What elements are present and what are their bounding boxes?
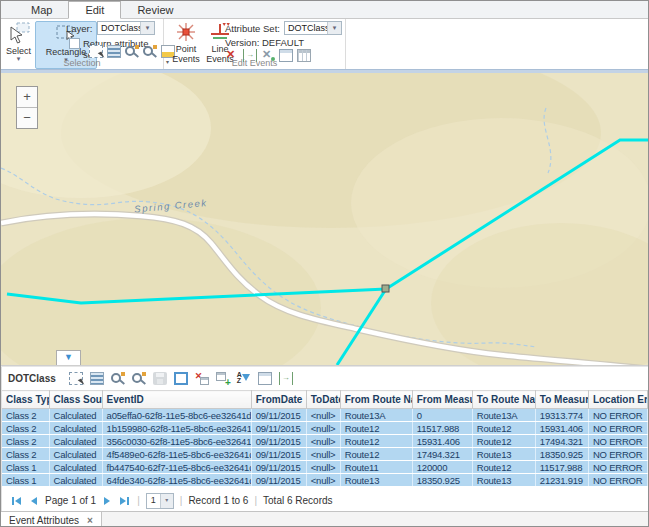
select-records-icon[interactable] [89, 45, 103, 58]
table-cell: Class 2 [2, 422, 49, 435]
table-cell: 17494.321 [535, 435, 588, 448]
table-cell: 15931.406 [535, 422, 588, 435]
table-cell: Route13 [340, 474, 412, 487]
measure-icon[interactable] [279, 372, 293, 385]
table-cell: Calculated [49, 474, 102, 487]
column-header[interactable]: From Route Name [340, 391, 412, 409]
table-cell: fb447540-62f7-11e5-8bc6-ee32641d5ec9 [102, 461, 251, 474]
table-row[interactable]: Class 1Calculated64fde340-62f8-11e5-8bc6… [2, 474, 648, 487]
last-page-button[interactable] [118, 497, 131, 505]
chevron-down-icon[interactable]: ▾ [140, 22, 154, 34]
table-cell: Route12 [340, 448, 412, 461]
page-number-value: 1 [147, 494, 160, 508]
table-cell: NO ERROR [588, 409, 647, 422]
switch-view-icon[interactable] [174, 372, 188, 385]
table-cell: Route12 [340, 422, 412, 435]
edit-events-group-label: Edit Events [164, 58, 345, 68]
layer-label: Layer: [66, 23, 92, 34]
list-icon[interactable] [107, 45, 121, 58]
table-cell: 09/11/2015 [251, 448, 306, 461]
table-cell: 09/11/2015 [251, 461, 306, 474]
table-cell: Calculated [49, 461, 102, 474]
column-header[interactable]: To Measure [535, 391, 588, 409]
table-pagination: Page 1 of 1 | 1 ▾ | Record 1 to 6 | Tota… [1, 490, 648, 511]
column-header[interactable]: ToDate [306, 391, 340, 409]
table-row[interactable]: Class 2Calculated356c0030-62f8-11e5-8bc6… [2, 435, 648, 448]
collapse-panel-tab[interactable]: ▼ [56, 350, 81, 365]
table-cell: 0 [412, 409, 472, 422]
tab-edit[interactable]: Edit [68, 1, 121, 19]
table-cell: Class 2 [2, 409, 49, 422]
first-page-button[interactable] [10, 497, 23, 505]
delete-record-icon[interactable] [195, 372, 209, 385]
table-cell: NO ERROR [588, 461, 647, 474]
column-header[interactable]: From Measure [412, 391, 472, 409]
sort-icon[interactable] [237, 372, 251, 385]
form-view-icon[interactable] [258, 372, 272, 385]
column-header[interactable]: Class Source [49, 391, 102, 409]
chevron-down-icon[interactable]: ▾ [160, 494, 173, 508]
select-records-icon[interactable] [69, 372, 83, 385]
record-range-label: Record 1 to 6 [188, 495, 248, 506]
tab-review[interactable]: Review [121, 2, 189, 18]
table-row[interactable]: Class 1Calculatedfb447540-62f7-11e5-8bc6… [2, 461, 648, 474]
tab-map[interactable]: Map [15, 2, 68, 18]
add-record-icon[interactable] [216, 372, 230, 385]
zoom-next-selected-icon[interactable] [143, 45, 157, 58]
column-header[interactable]: To Route Name [472, 391, 535, 409]
route-junction-vertex[interactable] [382, 285, 389, 292]
table-cell: Route11 [340, 461, 412, 474]
map-zoom-control: + − [16, 86, 38, 129]
zoom-to-selected-icon[interactable] [125, 45, 139, 58]
zoom-to-selected-icon[interactable] [111, 372, 125, 385]
map-view[interactable]: Spring Creek + − ▼ [1, 73, 648, 365]
table-cell: NO ERROR [588, 448, 647, 461]
table-toolbar-icons [69, 372, 293, 385]
event-attributes-tab[interactable]: Event Attributes × [1, 512, 102, 527]
select-cursor-icon [7, 21, 31, 45]
attribute-table: Class TypeClass SourceEventIDFromDateToD… [1, 390, 648, 487]
chevron-down-icon[interactable]: ▾ [327, 22, 341, 34]
column-header[interactable]: Location Error [588, 391, 647, 409]
column-header[interactable]: Class Type [2, 391, 49, 409]
save-icon[interactable] [153, 372, 167, 385]
table-cell: Route12 [340, 435, 412, 448]
table-cell: Route13 [472, 448, 535, 461]
list-icon[interactable] [90, 372, 104, 385]
zoom-out-button[interactable]: − [17, 108, 37, 128]
zoom-in-button[interactable]: + [17, 87, 37, 108]
table-cell: 64fde340-62f8-11e5-8bc6-ee32641d5ec9 [102, 474, 251, 487]
table-cell: 356c0030-62f8-11e5-8bc6-ee32641d5ec9 [102, 435, 251, 448]
total-records-label: Total 6 Records [263, 495, 332, 506]
attribute-set-label: Attribute Set: [225, 23, 280, 34]
page-number-dropdown[interactable]: 1 ▾ [146, 493, 174, 509]
selection-group-label: Selection [1, 58, 163, 68]
table-source-label: DOTClass [8, 373, 56, 384]
next-page-button[interactable] [102, 497, 112, 505]
return-attribute-set-checkbox[interactable] [69, 38, 80, 49]
table-cell: Calculated [49, 435, 102, 448]
layer-dropdown[interactable]: DOTClass ▾ [97, 21, 155, 35]
table-cell: NO ERROR [588, 422, 647, 435]
table-row[interactable]: Class 2Calculateda05effa0-62f8-11e5-8bc6… [2, 409, 648, 422]
column-header[interactable]: EventID [102, 391, 251, 409]
close-icon[interactable]: × [87, 515, 93, 526]
table-cell: Route13 [472, 474, 535, 487]
map-canvas[interactable]: Spring Creek [1, 73, 648, 365]
table-cell: <null> [306, 422, 340, 435]
attribute-set-value: DOTClass [285, 22, 327, 34]
attribute-set-dropdown[interactable]: DOTClass ▾ [284, 21, 342, 35]
table-cell: <null> [306, 435, 340, 448]
table-row[interactable]: Class 2Calculated4f5489e0-62f8-11e5-8bc6… [2, 448, 648, 461]
table-cell: NO ERROR [588, 435, 647, 448]
table-cell: 09/11/2015 [251, 422, 306, 435]
zoom-next-selected-icon[interactable] [132, 372, 146, 385]
previous-page-button[interactable] [29, 497, 39, 505]
column-header[interactable]: FromDate [251, 391, 306, 409]
layer-value: DOTClass [98, 22, 140, 34]
table-cell: Class 1 [2, 474, 49, 487]
point-events-icon [175, 21, 197, 43]
table-cell: Calculated [49, 448, 102, 461]
selection-group: Select ▾ Rectangle ▾ Layer: DOTClass ▾ R… [1, 19, 164, 69]
table-row[interactable]: Class 2Calculated1b159980-62f8-11e5-8bc6… [2, 422, 648, 435]
